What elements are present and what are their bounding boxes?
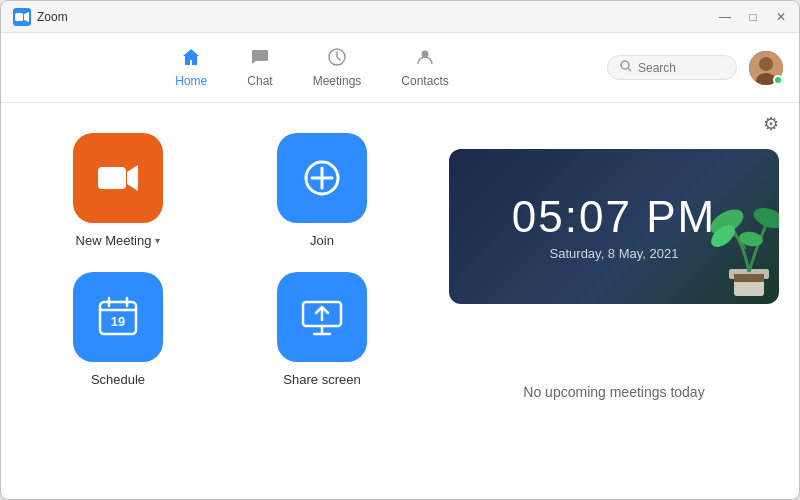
schedule-label: Schedule bbox=[91, 372, 145, 387]
settings-button[interactable]: ⚙ bbox=[763, 113, 779, 135]
meetings-icon bbox=[327, 47, 347, 72]
contacts-icon bbox=[415, 47, 435, 72]
schedule-button[interactable]: 19 bbox=[73, 272, 163, 362]
search-icon bbox=[620, 60, 632, 75]
join-button[interactable] bbox=[277, 133, 367, 223]
app-window: Zoom — □ ✕ Home bbox=[0, 0, 800, 500]
zoom-logo-icon bbox=[13, 8, 31, 26]
action-schedule[interactable]: 19 Schedule bbox=[31, 272, 205, 387]
avatar-wrap[interactable] bbox=[749, 51, 783, 85]
no-meetings-message: No upcoming meetings today bbox=[449, 304, 779, 479]
minimize-button[interactable]: — bbox=[719, 11, 731, 23]
nav-contacts-label: Contacts bbox=[401, 74, 448, 88]
main-content: New Meeting ▾ Join bbox=[1, 103, 799, 499]
home-icon bbox=[181, 47, 201, 72]
share-screen-label: Share screen bbox=[283, 372, 360, 387]
svg-point-7 bbox=[759, 57, 773, 71]
new-meeting-chevron: ▾ bbox=[155, 235, 160, 246]
nav-meetings-label: Meetings bbox=[313, 74, 362, 88]
nav-item-contacts[interactable]: Contacts bbox=[381, 39, 468, 96]
titlebar: Zoom — □ ✕ bbox=[1, 1, 799, 33]
new-meeting-button[interactable] bbox=[73, 133, 163, 223]
svg-rect-0 bbox=[15, 13, 23, 21]
nav-chat-label: Chat bbox=[247, 74, 272, 88]
titlebar-title: Zoom bbox=[37, 10, 68, 24]
actions-grid: New Meeting ▾ Join bbox=[31, 133, 409, 387]
search-box[interactable] bbox=[607, 55, 737, 80]
svg-text:19: 19 bbox=[111, 314, 125, 329]
chat-icon bbox=[250, 47, 270, 72]
navbar: Home Chat Meetings bbox=[1, 33, 799, 103]
nav-item-meetings[interactable]: Meetings bbox=[293, 39, 382, 96]
nav-item-chat[interactable]: Chat bbox=[227, 39, 292, 96]
svg-marker-10 bbox=[127, 165, 138, 191]
nav-items: Home Chat Meetings bbox=[17, 39, 607, 96]
search-input[interactable] bbox=[638, 61, 718, 75]
join-label: Join bbox=[310, 233, 334, 248]
svg-line-5 bbox=[628, 68, 631, 71]
close-button[interactable]: ✕ bbox=[775, 11, 787, 23]
online-indicator bbox=[773, 75, 783, 85]
share-screen-button[interactable] bbox=[277, 272, 367, 362]
svg-rect-25 bbox=[734, 274, 764, 282]
clock-time: 05:07 PM bbox=[512, 192, 716, 242]
left-panel: New Meeting ▾ Join bbox=[1, 103, 439, 499]
nav-item-home[interactable]: Home bbox=[155, 39, 227, 96]
new-meeting-label: New Meeting ▾ bbox=[76, 233, 161, 248]
svg-rect-9 bbox=[98, 167, 126, 189]
clock-content: 05:07 PM Saturday, 8 May, 2021 bbox=[512, 192, 716, 261]
clock-date: Saturday, 8 May, 2021 bbox=[512, 246, 716, 261]
svg-marker-1 bbox=[24, 12, 29, 22]
titlebar-controls: — □ ✕ bbox=[719, 11, 787, 23]
action-share-screen[interactable]: Share screen bbox=[235, 272, 409, 387]
svg-point-4 bbox=[621, 61, 629, 69]
nav-home-label: Home bbox=[175, 74, 207, 88]
clock-card: 05:07 PM Saturday, 8 May, 2021 bbox=[449, 149, 779, 304]
titlebar-logo: Zoom bbox=[13, 8, 719, 26]
maximize-button[interactable]: □ bbox=[747, 11, 759, 23]
action-new-meeting[interactable]: New Meeting ▾ bbox=[31, 133, 205, 248]
right-panel: ⚙ 05:07 PM Saturday, 8 May, 2021 bbox=[439, 103, 799, 499]
action-join[interactable]: Join bbox=[235, 133, 409, 248]
